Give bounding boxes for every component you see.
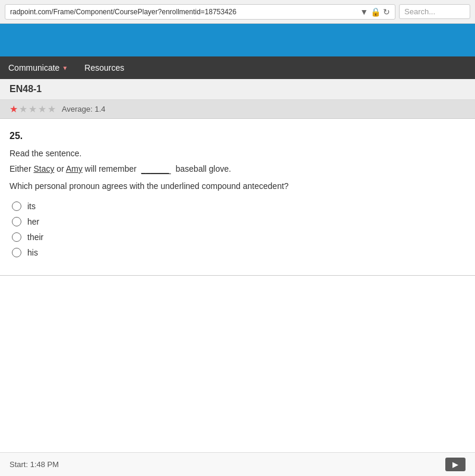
- blank: ______: [141, 164, 171, 174]
- star-1[interactable]: ★: [10, 103, 18, 115]
- question-prompt: Which personal pronoun agrees with the u…: [10, 181, 466, 191]
- sentence-before: Either: [10, 164, 33, 174]
- question-instruction: Read the sentence.: [10, 149, 466, 158]
- nav-item-communicate[interactable]: Communicate ▼: [0, 56, 76, 79]
- address-text: radpoint.com/Frame/Component/CoursePlaye…: [10, 8, 236, 16]
- radio-her[interactable]: [12, 217, 21, 226]
- footer-action-button[interactable]: ▶: [445, 458, 466, 471]
- star-3[interactable]: ★: [28, 103, 37, 115]
- question-number: 25.: [10, 131, 466, 141]
- search-box[interactable]: Search...: [399, 4, 470, 19]
- choice-their[interactable]: their: [12, 232, 466, 242]
- communicate-dropdown-icon: ▼: [62, 65, 68, 71]
- rating-average: Average: 1.4: [62, 105, 105, 114]
- rating-bar: ★ ★ ★ ★ ★ Average: 1.4: [0, 100, 475, 119]
- radio-their[interactable]: [12, 232, 21, 242]
- name1: Stacy: [33, 164, 54, 174]
- sentence-middle1: or: [54, 164, 65, 174]
- question-area: 25. Read the sentence. Either Stacy or A…: [0, 119, 475, 269]
- radio-its[interactable]: [12, 201, 21, 211]
- choice-its-label: its: [27, 201, 36, 211]
- choice-his-label: his: [27, 248, 38, 257]
- dropdown-icon[interactable]: ▼: [360, 7, 368, 17]
- section-divider: [0, 275, 475, 276]
- name2: Amy: [66, 164, 83, 174]
- refresh-icon[interactable]: ↻: [383, 7, 390, 17]
- star-5[interactable]: ★: [48, 103, 56, 115]
- answer-choices: its her their his: [10, 201, 466, 257]
- choice-his[interactable]: his: [12, 248, 466, 257]
- address-icons: ▼ 🔒 ↻: [360, 7, 390, 17]
- radio-his[interactable]: [12, 248, 21, 257]
- address-bar[interactable]: radpoint.com/Frame/Component/CoursePlaye…: [5, 4, 395, 20]
- footer-start-time: Start: 1:48 PM: [10, 460, 59, 469]
- question-sentence: Either Stacy or Amy will remember ______…: [10, 164, 466, 174]
- course-title-bar: EN48-1: [0, 79, 475, 100]
- lock-icon: 🔒: [370, 7, 381, 17]
- nav-item-resources[interactable]: Resources: [76, 56, 132, 79]
- footer: Start: 1:48 PM ▶: [0, 452, 475, 476]
- search-placeholder: Search...: [404, 7, 435, 16]
- stars-container[interactable]: ★ ★ ★ ★ ★: [10, 103, 56, 115]
- star-4[interactable]: ★: [38, 103, 46, 115]
- course-title: EN48-1: [10, 84, 42, 94]
- resources-label: Resources: [84, 63, 124, 72]
- browser-bar: radpoint.com/Frame/Component/CoursePlaye…: [0, 0, 475, 24]
- choice-its[interactable]: its: [12, 201, 466, 211]
- star-2[interactable]: ★: [19, 103, 27, 115]
- app-header: [0, 24, 475, 56]
- choice-her-label: her: [27, 217, 39, 226]
- choice-their-label: their: [27, 232, 43, 242]
- choice-her[interactable]: her: [12, 217, 466, 226]
- nav-bar: Communicate ▼ Resources: [0, 56, 475, 79]
- sentence-middle2: will remember: [83, 164, 139, 174]
- sentence-end: baseball glove.: [173, 164, 231, 174]
- communicate-label: Communicate: [8, 63, 59, 72]
